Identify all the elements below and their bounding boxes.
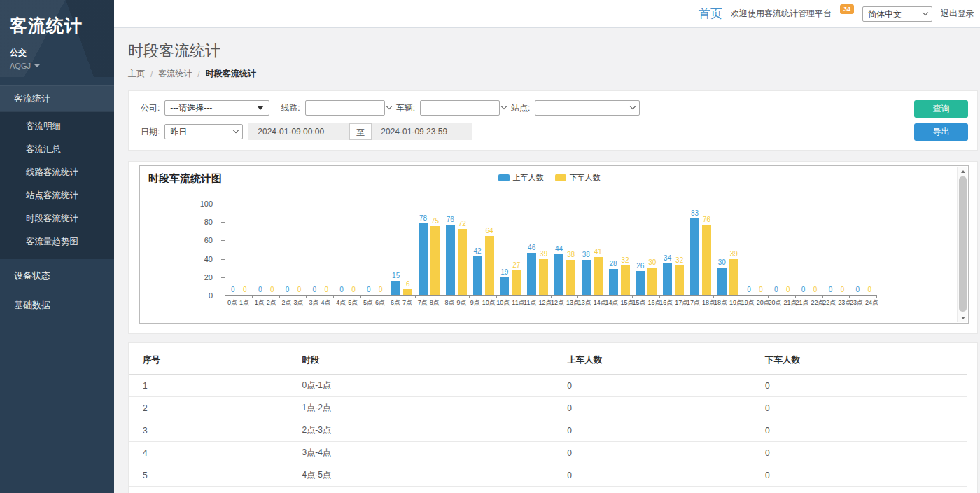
date-label: 日期: [141,126,160,138]
bar-rect [729,259,738,295]
bar-value-label: 34 [664,254,671,263]
company-select[interactable]: ---请选择--- [164,100,270,116]
sidebar-item-客流统计[interactable]: 客流统计 [0,85,114,112]
content: 时段客流统计 主页 / 客流统计 / 时段客流统计 公司: ---请选择--- [114,28,980,493]
bar-value-label: 76 [703,216,710,224]
y-tick-mark [221,259,225,260]
bar-上车人数: 76 [444,216,456,295]
bar-value-label: 6 [406,280,410,289]
date-preset-select[interactable]: 昨日 [164,124,243,139]
bar-value-label: 38 [582,251,590,259]
chart-scrollbar[interactable] [957,167,967,322]
bar-上车人数: 30 [716,258,728,295]
bar-value-label: 0 [243,286,247,294]
org-code-dropdown[interactable]: AQGJ [10,62,104,70]
bar-group-21点-22点: 00 [796,204,823,295]
x-tick-label: 18点-19点 [714,298,741,307]
sidebar-subitem-时段客流统计[interactable]: 时段客流统计 [0,207,114,230]
bar-上车人数: 28 [608,260,620,295]
legend-swatch [555,174,566,181]
y-tick-label: 0 [182,291,213,300]
y-tick-mark [221,277,225,278]
bar-value-label: 30 [718,258,726,267]
sidebar-subitem-线路客流统计[interactable]: 线路客流统计 [0,161,114,184]
x-tick-label: 5点-6点 [360,298,388,307]
bar-rect [702,225,711,295]
table-cell: 0 [553,442,751,464]
bar-value-label: 83 [691,209,699,218]
bar-下车人数: 0 [864,286,876,295]
bar-value-label: 42 [474,247,482,256]
legend-item-上车人数[interactable]: 上车人数 [498,172,544,183]
bar-rect [566,260,575,295]
bar-value-label: 0 [802,286,806,294]
company-label: 公司: [141,102,160,114]
bar-下车人数: 32 [673,256,685,295]
scrollbar-thumb[interactable] [959,176,967,312]
table-row: 32点-3点00 [129,419,967,442]
bar-rect [636,271,645,295]
breadcrumb-home[interactable]: 主页 [128,68,145,80]
query-button[interactable]: 查询 [914,100,968,118]
bar-下车人数: 0 [348,286,360,295]
bar-下车人数: 27 [510,261,522,295]
breadcrumb-section[interactable]: 客流统计 [158,68,192,80]
bar-下车人数: 0 [809,286,821,295]
legend-item-下车人数[interactable]: 下车人数 [555,172,601,183]
bar-rect [403,289,412,295]
date-end-input[interactable] [372,123,472,140]
app-title: 客流统计 [10,14,104,37]
date-start-input[interactable] [248,123,349,140]
sidebar-subitem-客流明细[interactable]: 客流明细 [0,115,114,138]
bar-value-label: 0 [231,286,235,294]
language-select[interactable]: 简体中文 [862,6,932,22]
sidebar-item-基础数据[interactable]: 基础数据 [0,293,114,318]
bar-group-19点-20点: 00 [741,204,769,295]
vehicle-select[interactable] [420,100,500,116]
sidebar-subitem-客流汇总[interactable]: 客流汇总 [0,138,114,161]
filter-panel: 公司: ---请选择--- 线路: [128,90,978,151]
sidebar-subitem-站点客流统计[interactable]: 站点客流统计 [0,184,114,207]
sidebar-item-设备状态[interactable]: 设备状态 [0,263,114,289]
x-tick-label: 9点-10点 [469,298,496,307]
notification-badge[interactable]: 34 [840,4,854,14]
station-select[interactable] [535,100,640,116]
y-tick-label: 20 [182,273,213,282]
bar-value-label: 28 [609,260,617,268]
sidebar-subitem-客流量趋势图[interactable]: 客流量趋势图 [0,230,114,254]
sidebar: 客流统计 公交 AQGJ 客流统计客流明细客流汇总线路客流统计站点客流统计时段客… [0,0,114,493]
home-link[interactable]: 首页 [699,6,722,22]
bar-group-1点-2点: 00 [253,204,280,295]
export-button[interactable]: 导出 [914,123,968,141]
scroll-up-arrow[interactable] [958,167,968,176]
org-name: 公交 [10,47,104,59]
sidebar-menu: 客流统计客流明细客流汇总线路客流统计站点客流统计时段客流统计客流量趋势图设备状态… [0,85,114,318]
bar-group-12点-13点: 4438 [552,204,579,295]
topbar: 首页 欢迎使用客流统计管理平台 34 简体中文 退出登录 [114,0,980,28]
logout-link[interactable]: 退出登录 [941,8,974,20]
scroll-down-arrow[interactable] [958,313,968,322]
bar-rect [648,268,657,295]
bar-rect [609,269,618,295]
x-tick-label: 12点-13点 [551,298,578,307]
bar-rect [594,257,603,295]
bar-上车人数: 0 [254,286,266,295]
bar-上车人数: 0 [281,286,293,295]
table-cell: 0 [553,464,751,487]
bar-上车人数: 0 [797,286,809,295]
bar-rect [419,223,428,295]
table-row: 21点-2点00 [129,397,967,419]
bar-group-18点-19点: 3039 [714,204,741,295]
welcome-text: 欢迎使用客流统计管理平台 [731,8,832,20]
bar-value-label: 76 [447,216,454,224]
table-row: 54点-5点00 [129,464,967,487]
breadcrumb-current: 时段客流统计 [206,68,256,80]
bar-下车人数: 0 [321,286,332,295]
bar-rect [391,281,400,295]
sidebar-logo-area: 客流统计 公交 AQGJ [0,0,114,77]
column-header-序号: 序号 [129,346,288,375]
bar-rect [458,229,467,295]
bar-group-8点-9点: 7672 [442,204,470,295]
line-select[interactable] [305,100,385,116]
bar-group-9点-10点: 4264 [470,204,497,295]
